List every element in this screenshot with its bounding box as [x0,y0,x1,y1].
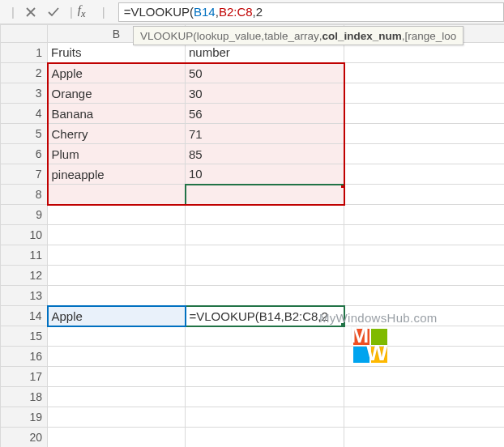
cell[interactable] [48,347,186,367]
cell-c3[interactable]: 30 [186,83,344,104]
cell[interactable] [344,326,505,347]
cell[interactable] [186,245,344,266]
divider: | [70,5,73,19]
cell-b2[interactable]: Apple [48,63,186,83]
row-header[interactable]: 13 [1,286,48,306]
cell[interactable] [48,245,186,266]
cell[interactable] [48,428,186,448]
cell[interactable] [48,326,186,347]
cell-b6[interactable]: Plum [48,144,186,164]
cell[interactable] [344,104,505,124]
tooltip-arg-lookup-value[interactable]: lookup_value [197,30,262,42]
row-header[interactable]: 6 [1,144,48,164]
row-header[interactable]: 16 [1,347,48,367]
cell[interactable] [186,286,344,306]
row-header[interactable]: 12 [1,266,48,286]
cell[interactable] [344,428,505,448]
cell[interactable] [344,185,505,205]
cell-b1[interactable]: Fruits [48,43,186,63]
cell[interactable] [344,43,505,63]
cell[interactable] [344,245,505,266]
cell[interactable] [344,144,505,164]
cancel-button[interactable] [19,2,42,22]
table-row: 14 Apple =VLOOKUP(B14,B2:C8,2 [1,306,505,326]
cell[interactable] [344,205,505,225]
cell[interactable] [48,367,186,387]
table-row: 2 Apple 50 [1,63,505,83]
cell-c6[interactable]: 85 [186,144,344,164]
cell[interactable] [186,326,344,347]
row-header[interactable]: 20 [1,428,48,448]
cell[interactable] [344,83,505,104]
cell[interactable] [186,347,344,367]
cell-c1[interactable]: number [186,43,344,63]
cell[interactable] [48,225,186,245]
cell[interactable] [344,225,505,245]
cell-b5[interactable]: Cherry [48,124,186,144]
cell[interactable] [344,387,505,407]
cell-c5[interactable]: 71 [186,124,344,144]
tooltip-arg-range-lookup[interactable]: [range_loo [404,30,456,42]
cell[interactable] [186,387,344,407]
cell[interactable] [344,286,505,306]
cell[interactable] [186,225,344,245]
table-row: 4 Banana 56 [1,104,505,124]
cell[interactable] [48,266,186,286]
formula-input[interactable]: =VLOOKUP(B14,B2:C8,2 [118,2,504,22]
row-header[interactable]: 17 [1,367,48,387]
cell-b7[interactable]: pineapple [48,164,186,185]
row-header[interactable]: 1 [1,43,48,63]
cell-c2[interactable]: 50 [186,63,344,83]
row-header[interactable]: 4 [1,104,48,124]
spreadsheet-grid[interactable]: B 1 Fruits number 2 Apple 50 3 Orange 30… [0,24,504,447]
row-header[interactable]: 5 [1,124,48,144]
cell-b3[interactable]: Orange [48,83,186,104]
row-header[interactable]: 8 [1,185,48,205]
tooltip-arg-table-array[interactable]: table_array [264,30,319,42]
tooltip-arg-col-index-num[interactable]: col_index_num [322,30,401,42]
cell-c14-active[interactable]: =VLOOKUP(B14,B2:C8,2 [186,306,344,326]
cell[interactable] [48,387,186,407]
cell-c7[interactable]: 10 [186,164,344,185]
cell[interactable] [344,266,505,286]
cell-b14[interactable]: Apple [48,306,186,326]
cell[interactable] [186,407,344,428]
cell-c8[interactable] [186,185,344,205]
range-handle-icon[interactable] [341,185,344,188]
cell[interactable] [344,367,505,387]
table-row: 7 pineapple 10 [1,164,505,185]
cell[interactable] [48,286,186,306]
table-row: 9 [1,205,505,225]
row-header[interactable]: 11 [1,245,48,266]
enter-button[interactable] [42,2,65,22]
insert-function-button[interactable]: fx [78,3,97,20]
fill-handle-icon[interactable] [341,323,344,326]
row-header[interactable]: 7 [1,164,48,185]
row-header[interactable]: 19 [1,407,48,428]
cell[interactable] [344,306,505,326]
cell[interactable] [186,205,344,225]
formula-bar: | | fx | =VLOOKUP(B14,B2:C8,2 [0,0,504,24]
row-header[interactable]: 9 [1,205,48,225]
cell[interactable] [48,205,186,225]
cell[interactable] [344,63,505,83]
cell[interactable] [344,124,505,144]
row-header[interactable]: 14 [1,306,48,326]
cell[interactable] [344,407,505,428]
cell[interactable] [48,407,186,428]
row-header[interactable]: 2 [1,63,48,83]
row-header[interactable]: 18 [1,387,48,407]
row-header[interactable]: 3 [1,83,48,104]
row-header[interactable]: 15 [1,326,48,347]
select-all-corner[interactable] [1,25,48,43]
cell[interactable] [186,266,344,286]
cell[interactable] [344,347,505,367]
cell[interactable] [186,367,344,387]
table-row: 10 [1,225,505,245]
cell[interactable] [344,164,505,185]
cell-c4[interactable]: 56 [186,104,344,124]
cell-b4[interactable]: Banana [48,104,186,124]
row-header[interactable]: 10 [1,225,48,245]
cell[interactable] [186,428,344,448]
cell-b8[interactable] [48,185,186,205]
